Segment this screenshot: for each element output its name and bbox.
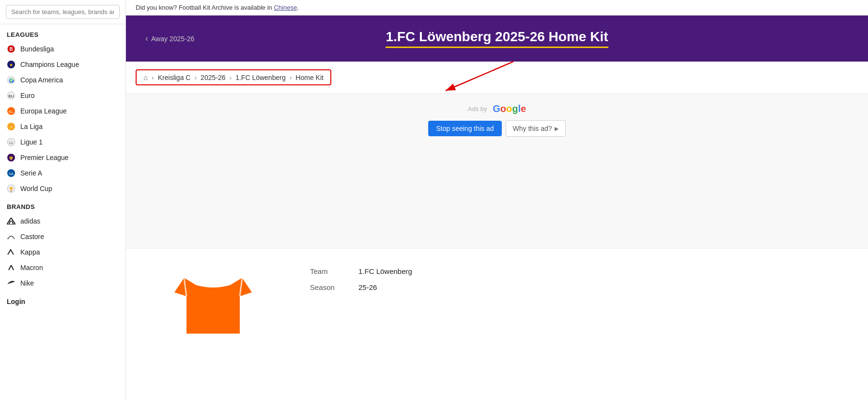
login-link[interactable]: Login	[0, 291, 125, 309]
europa-league-label: Europa League	[20, 107, 67, 115]
brands-section-title: BRANDS	[0, 196, 125, 213]
world-cup-label: World Cup	[20, 185, 52, 192]
kit-image-area	[136, 258, 291, 336]
sidebar-item-castore[interactable]: Castore	[0, 229, 125, 244]
premier-league-icon: 🦁	[7, 153, 16, 162]
svg-text:B: B	[9, 47, 13, 52]
sidebar-item-kappa[interactable]: Kappa	[0, 244, 125, 260]
svg-text:🦁: 🦁	[9, 156, 14, 160]
svg-text:SA: SA	[9, 172, 14, 176]
adidas-icon	[7, 217, 16, 225]
la-liga-label: La Liga	[20, 123, 43, 130]
breadcrumb-homekit[interactable]: Home Kit	[295, 74, 324, 81]
sidebar-item-serie-a[interactable]: SA Serie A	[0, 165, 125, 181]
svg-text:★: ★	[9, 63, 13, 67]
europa-league-icon: EL	[7, 107, 16, 115]
svg-text:EL: EL	[9, 110, 14, 114]
sidebar-item-bundesliga[interactable]: B Bundesliga	[0, 41, 125, 57]
google-letter-g: G	[493, 103, 500, 114]
google-letter-o2: o	[506, 103, 512, 114]
kit-title: 1.FC Löwenberg 2025-26 Home Kit	[386, 29, 608, 48]
ligue1-icon: L1	[7, 138, 16, 146]
ligue1-label: Ligue 1	[20, 138, 43, 146]
castore-label: Castore	[20, 233, 44, 240]
sidebar-item-euro[interactable]: EU Euro	[0, 88, 125, 103]
sidebar-item-adidas[interactable]: adidas	[0, 213, 125, 229]
world-cup-icon: 🏆	[7, 184, 16, 193]
castore-icon	[7, 232, 16, 241]
svg-text:🏆: 🏆	[9, 187, 14, 192]
ads-by-google: Ads by Google	[468, 103, 526, 114]
why-ad-label: Why this ad?	[513, 125, 552, 132]
ads-by-label: Ads by	[468, 105, 487, 112]
leagues-section-title: LEAGUES	[0, 24, 125, 41]
champions-league-icon: ★	[7, 60, 16, 69]
svg-line-24	[446, 62, 513, 91]
kappa-label: Kappa	[20, 248, 40, 256]
search-input[interactable]	[6, 5, 120, 19]
kit-header: ‹ Away 2025-26 1.FC Löwenberg 2025-26 Ho…	[126, 16, 868, 62]
serie-a-icon: SA	[7, 169, 16, 177]
sidebar-item-champions-league[interactable]: ★ Champions League	[0, 57, 125, 72]
ad-buttons: Stop seeing this ad Why this ad? ▶	[428, 120, 565, 137]
sidebar-item-europa-league[interactable]: EL Europa League	[0, 103, 125, 119]
sep2: ›	[194, 74, 197, 81]
euro-label: Euro	[20, 92, 35, 99]
premier-league-label: Premier League	[20, 154, 69, 161]
breadcrumb-kreisliga[interactable]: Kreisliga C	[158, 74, 191, 81]
svg-text:🌍: 🌍	[9, 78, 15, 83]
banner-period: .	[297, 4, 299, 11]
chinese-link[interactable]: Chinese	[274, 4, 297, 11]
nike-label: Nike	[20, 279, 34, 287]
breadcrumb-area: ⌂ › Kreisliga C › 2025-26 › 1.FC Löwenbe…	[126, 62, 868, 94]
sidebar-item-ligue1[interactable]: L1 Ligue 1	[0, 134, 125, 150]
sidebar: LEAGUES B Bundesliga ★ Champions League …	[0, 0, 126, 400]
nike-icon	[7, 279, 16, 288]
svg-marker-20	[7, 218, 16, 224]
google-letter-g2: g	[512, 103, 518, 114]
euro-icon: EU	[7, 91, 16, 100]
sep1: ›	[152, 74, 154, 81]
sidebar-item-la-liga[interactable]: / La Liga	[0, 119, 125, 134]
ad-section: Ads by Google Stop seeing this ad Why th…	[126, 94, 868, 249]
bundesliga-label: Bundesliga	[20, 45, 54, 53]
sidebar-item-copa-america[interactable]: 🌍 Copa America	[0, 72, 125, 88]
adidas-label: adidas	[20, 217, 40, 225]
bundesliga-icon: B	[7, 45, 16, 53]
kit-shirt-image	[165, 258, 262, 336]
breadcrumb[interactable]: ⌂ › Kreisliga C › 2025-26 › 1.FC Löwenbe…	[136, 69, 331, 85]
why-ad-button[interactable]: Why this ad? ▶	[506, 120, 566, 137]
macron-label: Macron	[20, 264, 43, 272]
nav-back-button[interactable]: ‹ Away 2025-26	[145, 33, 194, 44]
sidebar-item-world-cup[interactable]: 🏆 World Cup	[0, 181, 125, 196]
season-row: Season 25-26	[310, 279, 422, 295]
sep3: ›	[230, 74, 232, 81]
main-content: Did you know? Football Kit Archive is av…	[126, 0, 868, 400]
season-value: 25-26	[358, 279, 422, 295]
sidebar-item-premier-league[interactable]: 🦁 Premier League	[0, 150, 125, 165]
sep4: ›	[290, 74, 292, 81]
kit-info-section: Team 1.FC Löwenberg Season 25-26	[126, 249, 868, 346]
team-label: Team	[310, 263, 358, 279]
breadcrumb-season[interactable]: 2025-26	[201, 74, 225, 81]
breadcrumb-club[interactable]: 1.FC Löwenberg	[235, 74, 286, 81]
sidebar-item-nike[interactable]: Nike	[0, 275, 125, 291]
svg-text:L1: L1	[9, 141, 13, 144]
serie-a-label: Serie A	[20, 169, 42, 177]
svg-text:EU: EU	[8, 94, 14, 98]
copa-america-label: Copa America	[20, 76, 63, 84]
kappa-icon	[7, 248, 16, 256]
stop-ad-button[interactable]: Stop seeing this ad	[428, 121, 501, 136]
home-icon[interactable]: ⌂	[143, 73, 148, 81]
season-label: Season	[310, 279, 358, 295]
macron-icon	[7, 263, 16, 272]
back-arrow-icon: ‹	[145, 33, 148, 44]
google-letter-o1: o	[500, 103, 506, 114]
kit-details-table: Team 1.FC Löwenberg Season 25-26	[310, 258, 422, 336]
search-box[interactable]	[0, 0, 125, 24]
sidebar-item-macron[interactable]: Macron	[0, 260, 125, 275]
team-value: 1.FC Löwenberg	[358, 263, 422, 279]
back-label: Away 2025-26	[151, 35, 194, 43]
copa-america-icon: 🌍	[7, 76, 16, 84]
banner-text: Did you know? Football Kit Archive is av…	[136, 4, 274, 11]
